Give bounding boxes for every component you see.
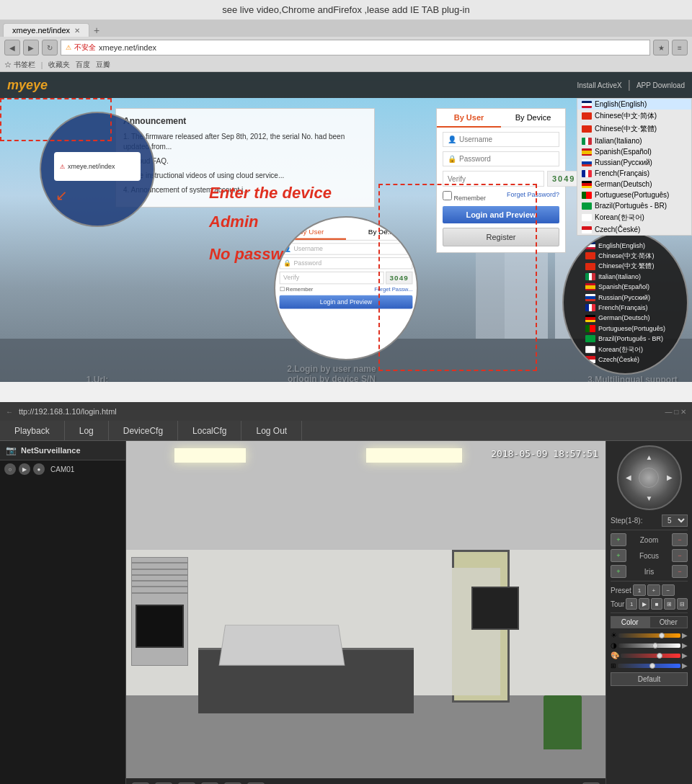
star-button[interactable]: ★	[653, 40, 669, 55]
ptz-btn-north[interactable]: ▲	[646, 453, 653, 461]
flag-korean	[582, 214, 592, 221]
bookmark-2[interactable]: 百度	[76, 60, 90, 70]
ns-main: 📷 NetSurveillance ○ ▶ ● CAM01	[0, 441, 692, 784]
ptz-joystick[interactable]: ▲ ◀ ▶ ▼	[617, 445, 682, 510]
lang-item-chinese-trad[interactable]: Chinese(中文·繁體)	[577, 122, 691, 135]
contrast-icon: ◑	[611, 641, 617, 649]
bookmark-1[interactable]: 收藏夹	[48, 60, 70, 70]
zoom-plus-button[interactable]: +	[611, 533, 626, 546]
step-label: Step(1-8):	[611, 517, 642, 525]
camera-icon: 📷	[6, 445, 17, 455]
preset-label: Preset	[611, 587, 631, 594]
sidebar-btn-play[interactable]: ▶	[19, 463, 30, 475]
tab-close-icon[interactable]: ✕	[74, 27, 80, 35]
tab-color[interactable]: Color	[611, 616, 649, 628]
lang-item-czech[interactable]: Czech(České)	[577, 224, 691, 235]
contrast-arrow: ▶	[682, 641, 688, 649]
ptz-center[interactable]	[639, 468, 659, 488]
light-left	[174, 448, 247, 463]
tour-btn-1[interactable]: 1	[626, 598, 637, 610]
contrast-thumb[interactable]	[652, 643, 658, 649]
hue-slider[interactable]	[618, 664, 680, 668]
password-input[interactable]	[459, 155, 554, 163]
sidebar-btn-circle[interactable]: ○	[4, 463, 16, 475]
tour-btn-grid2[interactable]: ⊟	[677, 598, 688, 610]
brightness-slider[interactable]	[618, 633, 680, 638]
address-bar[interactable]: ⚠ 不安全 xmeye.net/index	[61, 40, 650, 55]
lang-item-brazil[interactable]: Brazil(Português - BR)	[577, 200, 691, 211]
focus-minus-button[interactable]: −	[672, 549, 688, 562]
circle-tab-user: By User	[276, 226, 346, 240]
url-annotation-box	[0, 98, 112, 141]
browser-tab[interactable]: xmeye.net/index ✕	[3, 23, 89, 37]
install-activex-label[interactable]: Install ActiveX	[577, 81, 621, 89]
brightness-thumb[interactable]	[659, 633, 665, 638]
menu-log[interactable]: Log	[65, 421, 109, 441]
password-field[interactable]: 🔒	[443, 151, 559, 166]
step-select[interactable]: 5	[662, 514, 688, 527]
bookmark-3[interactable]: 豆瓣	[96, 60, 110, 70]
default-button[interactable]: Default	[611, 672, 688, 686]
ns-url-bar: ← ttp:// 192.168.1.10/login.html — □ ✕	[0, 402, 692, 421]
lang-item-french[interactable]: French(Français)	[577, 168, 691, 179]
tour-btn-play[interactable]: ▶	[639, 598, 650, 610]
contrast-slider[interactable]	[618, 643, 680, 648]
flag-italian	[582, 138, 592, 145]
tour-label: Tour	[611, 600, 624, 608]
lang-item-korean[interactable]: Korean(한국어)	[577, 211, 691, 224]
ptz-btn-south[interactable]: ▼	[646, 494, 653, 502]
tour-btn-stop[interactable]: ■	[651, 598, 662, 610]
preset-row: Preset 1 + −	[611, 584, 688, 596]
ptz-btn-east[interactable]: ▶	[667, 473, 673, 481]
saturation-thumb[interactable]	[657, 653, 662, 659]
ptz-btn-west[interactable]: ◀	[626, 473, 631, 481]
language-dropdown[interactable]: English(English) Chinese(中文·简体) Chinese(…	[577, 98, 692, 236]
iris-minus-button[interactable]: −	[672, 565, 688, 578]
preset-btn-1[interactable]: 1	[633, 584, 646, 596]
preset-btn-plus[interactable]: +	[647, 584, 660, 596]
lang-item-russian[interactable]: Russian(Русский)	[577, 157, 691, 168]
back-button[interactable]: ◀	[4, 40, 20, 55]
username-field[interactable]: 👤	[443, 132, 559, 147]
lang-item-english[interactable]: English(English)	[577, 99, 691, 110]
menu-devicecfg[interactable]: DeviceCfg	[109, 421, 178, 441]
refresh-button[interactable]: ↻	[42, 40, 58, 55]
lang-item-spanish[interactable]: Spanish(Español)	[577, 146, 691, 157]
forward-button[interactable]: ▶	[23, 40, 39, 55]
zoom-minus-button[interactable]: −	[672, 533, 688, 546]
flag-spanish	[582, 148, 592, 156]
tour-btn-grid[interactable]: ⊞	[664, 598, 675, 610]
login-tabs: By User By Device	[437, 109, 565, 128]
menu-localcfg[interactable]: LocalCfg	[178, 421, 241, 441]
preset-btn-minus[interactable]: −	[662, 584, 675, 596]
camera-label: CAM01	[50, 466, 74, 473]
focus-label: Focus	[639, 552, 659, 560]
menu-logout[interactable]: Log Out	[241, 421, 302, 441]
announcement-item-1: 1. The firmware released after Sep 8th, …	[123, 132, 367, 152]
bookmarks-bar: ☆ 书签栏 | 收藏夹 百度 豆瓣	[0, 58, 692, 71]
lang-item-italian[interactable]: Italian(Italiano)	[577, 135, 691, 146]
app-download-label[interactable]: APP Download	[636, 81, 685, 89]
lang-item-german[interactable]: German(Deutsch)	[577, 179, 691, 190]
lang-item-chinese-simple[interactable]: Chinese(中文·简体)	[577, 110, 691, 122]
iris-plus-button[interactable]: +	[611, 565, 626, 578]
username-input[interactable]	[459, 135, 554, 143]
lang-label: Chinese(中文·简体)	[595, 111, 657, 121]
lang-item-portuguese[interactable]: Portuguese(Português)	[577, 190, 691, 200]
desk-items	[218, 625, 345, 666]
iris-control-row: + Iris −	[611, 565, 688, 578]
tab-by-user[interactable]: By User	[437, 109, 501, 128]
tab-by-device[interactable]: By Device	[501, 109, 565, 128]
saturation-slider[interactable]	[621, 654, 680, 658]
sidebar-btn-stop[interactable]: ●	[33, 463, 45, 475]
browser-section: xmeye.net/index ✕ + ◀ ▶ ↻ ⚠ 不安全 xmeye.ne…	[0, 20, 692, 402]
new-tab-button[interactable]: +	[94, 24, 99, 36]
url-arrow-icon: ↙	[56, 187, 68, 204]
hue-thumb[interactable]	[649, 663, 655, 669]
menu-button[interactable]: ≡	[672, 40, 688, 55]
menu-playback[interactable]: Playback	[0, 421, 65, 441]
browser-tabs: xmeye.net/index ✕ +	[0, 20, 692, 37]
security-icon: ⚠	[66, 44, 71, 51]
focus-plus-button[interactable]: +	[611, 549, 626, 562]
tab-other[interactable]: Other	[649, 616, 688, 628]
